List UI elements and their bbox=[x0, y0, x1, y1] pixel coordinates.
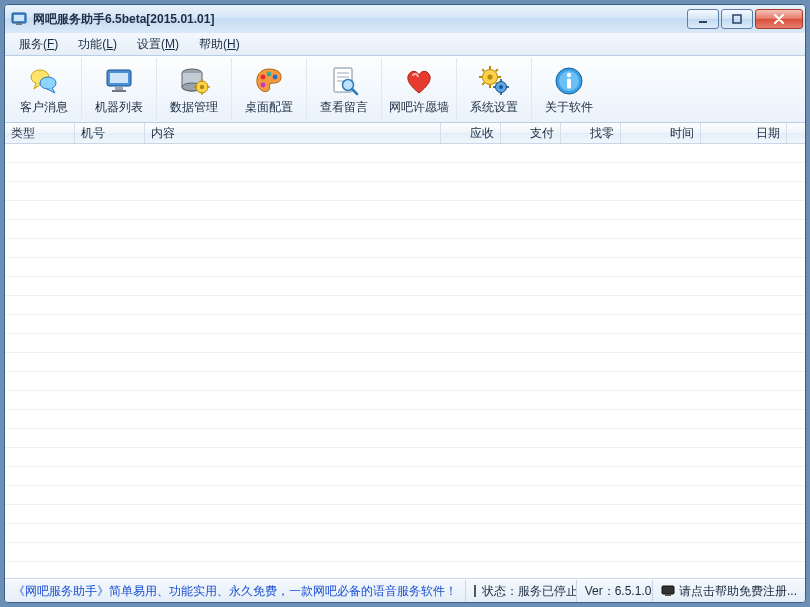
svg-point-19 bbox=[261, 74, 266, 79]
status-register-text: 请点击帮助免费注册... bbox=[679, 583, 797, 600]
tool-label: 客户消息 bbox=[20, 99, 68, 116]
tool-monitor[interactable]: 机器列表 bbox=[82, 58, 157, 120]
tool-info[interactable]: 关于软件 bbox=[532, 58, 606, 120]
svg-point-40 bbox=[499, 85, 503, 89]
column-header-3[interactable]: 应收 bbox=[441, 123, 501, 143]
maximize-icon bbox=[732, 14, 742, 24]
window-title: 网吧服务助手6.5beta[2015.01.01] bbox=[33, 11, 687, 28]
database-icon bbox=[178, 65, 210, 97]
svg-point-20 bbox=[267, 71, 272, 76]
close-button[interactable] bbox=[755, 9, 803, 29]
table-row bbox=[5, 562, 805, 578]
tool-label: 系统设置 bbox=[470, 99, 518, 116]
status-register[interactable]: 请点击帮助免费注册... bbox=[653, 580, 805, 602]
tool-label: 查看留言 bbox=[320, 99, 368, 116]
svg-rect-4 bbox=[733, 15, 741, 23]
menu-accel: H bbox=[227, 37, 236, 51]
column-header-2[interactable]: 内容 bbox=[145, 123, 441, 143]
table-row bbox=[5, 429, 805, 448]
table-row bbox=[5, 258, 805, 277]
table-row bbox=[5, 182, 805, 201]
menu-label: 设置 bbox=[137, 37, 161, 51]
table-row bbox=[5, 220, 805, 239]
menu-accel: L bbox=[106, 37, 113, 51]
status-state-value: 服务已停止... bbox=[518, 583, 577, 600]
menu-label: 功能 bbox=[78, 37, 102, 51]
tool-gears[interactable]: 系统设置 bbox=[457, 58, 532, 120]
table-row bbox=[5, 144, 805, 163]
tool-label: 数据管理 bbox=[170, 99, 218, 116]
svg-point-21 bbox=[273, 74, 278, 79]
table-row bbox=[5, 201, 805, 220]
column-header-6[interactable]: 时间 bbox=[621, 123, 701, 143]
svg-rect-48 bbox=[567, 78, 571, 88]
table-row bbox=[5, 467, 805, 486]
app-icon bbox=[11, 11, 27, 27]
tool-label: 机器列表 bbox=[95, 99, 143, 116]
statusbar: 《网吧服务助手》简单易用、功能实用、永久免费，一款网吧必备的语音服务软件！ 状态… bbox=[5, 579, 805, 602]
status-led-icon bbox=[474, 585, 476, 597]
menubar: 服务(F)功能(L)设置(M)帮助(H) bbox=[5, 33, 805, 56]
menu-label: 服务 bbox=[19, 37, 43, 51]
status-state-label: 状态： bbox=[482, 583, 518, 600]
minimize-button[interactable] bbox=[687, 9, 719, 29]
close-icon bbox=[773, 14, 785, 24]
table-row bbox=[5, 372, 805, 391]
table-row bbox=[5, 543, 805, 562]
monitor-icon bbox=[103, 65, 135, 97]
status-state: 状态： 服务已停止... bbox=[466, 580, 577, 602]
table-row bbox=[5, 524, 805, 543]
palette-icon bbox=[253, 65, 285, 97]
tool-heart[interactable]: 网吧许愿墙 bbox=[382, 58, 457, 120]
table-row bbox=[5, 315, 805, 334]
svg-rect-50 bbox=[665, 594, 671, 596]
svg-point-47 bbox=[567, 72, 571, 76]
monitor-icon bbox=[661, 584, 675, 598]
svg-rect-10 bbox=[112, 90, 126, 92]
svg-point-14 bbox=[200, 84, 204, 88]
table-row bbox=[5, 296, 805, 315]
status-version-value: 6.5.1.0 bbox=[615, 584, 652, 598]
svg-point-22 bbox=[261, 82, 266, 87]
svg-point-30 bbox=[487, 74, 492, 79]
grid-body bbox=[5, 144, 805, 578]
menu-accel: M bbox=[165, 37, 175, 51]
tool-chat[interactable]: 客户消息 bbox=[7, 58, 82, 120]
table-row bbox=[5, 505, 805, 524]
svg-line-28 bbox=[352, 89, 357, 94]
svg-line-37 bbox=[482, 82, 484, 84]
data-grid: 类型机号内容应收支付找零时间日期 bbox=[5, 123, 805, 579]
maximize-button[interactable] bbox=[721, 9, 753, 29]
heart-icon bbox=[403, 65, 435, 97]
menu-1[interactable]: 功能(L) bbox=[68, 34, 127, 55]
menu-0[interactable]: 服务(F) bbox=[9, 34, 68, 55]
column-header-1[interactable]: 机号 bbox=[75, 123, 145, 143]
table-row bbox=[5, 391, 805, 410]
table-row bbox=[5, 486, 805, 505]
app-window: 网吧服务助手6.5beta[2015.01.01] 服务(F)功能(L)设置(M… bbox=[4, 4, 806, 603]
table-row bbox=[5, 334, 805, 353]
column-header-4[interactable]: 支付 bbox=[501, 123, 561, 143]
status-version-label: Ver： bbox=[585, 583, 615, 600]
table-row bbox=[5, 163, 805, 182]
table-row bbox=[5, 353, 805, 372]
tool-database[interactable]: 数据管理 bbox=[157, 58, 232, 120]
menu-accel: F bbox=[47, 37, 54, 51]
tool-doc-search[interactable]: 查看留言 bbox=[307, 58, 382, 120]
svg-rect-2 bbox=[16, 23, 22, 25]
titlebar: 网吧服务助手6.5beta[2015.01.01] bbox=[5, 5, 805, 33]
tool-palette[interactable]: 桌面配置 bbox=[232, 58, 307, 120]
svg-rect-8 bbox=[110, 73, 128, 83]
column-header-5[interactable]: 找零 bbox=[561, 123, 621, 143]
table-row bbox=[5, 277, 805, 296]
svg-line-38 bbox=[496, 69, 498, 71]
column-header-0[interactable]: 类型 bbox=[5, 123, 75, 143]
menu-2[interactable]: 设置(M) bbox=[127, 34, 189, 55]
menu-3[interactable]: 帮助(H) bbox=[189, 34, 250, 55]
svg-rect-1 bbox=[14, 15, 24, 21]
svg-rect-3 bbox=[699, 21, 707, 23]
column-header-7[interactable]: 日期 bbox=[701, 123, 787, 143]
toolbar: 客户消息机器列表数据管理桌面配置查看留言网吧许愿墙系统设置关于软件 bbox=[5, 56, 805, 123]
tool-label: 桌面配置 bbox=[245, 99, 293, 116]
info-icon bbox=[553, 65, 585, 97]
